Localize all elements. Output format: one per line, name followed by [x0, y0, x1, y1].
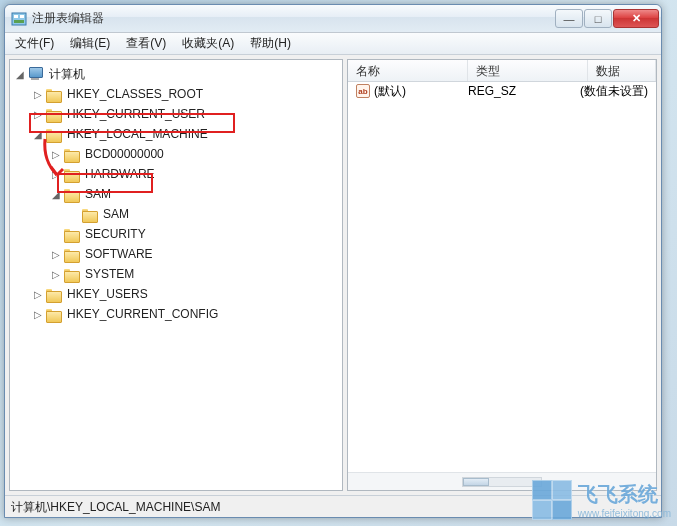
value-data: (数值未设置)	[572, 83, 656, 100]
menu-file[interactable]: 文件(F)	[7, 33, 62, 54]
toggle-icon[interactable]: ▷	[32, 288, 44, 300]
tree-label: 计算机	[49, 66, 85, 83]
folder-icon	[64, 147, 80, 161]
value-name: (默认)	[374, 83, 406, 100]
tree-label: SAM	[85, 187, 111, 201]
toggle-icon[interactable]: ▷	[32, 108, 44, 120]
tree-label: HARDWARE	[85, 167, 155, 181]
tree-label: HKEY_USERS	[67, 287, 148, 301]
tree-node-hkcu[interactable]: ▷ HKEY_CURRENT_USER	[32, 104, 340, 124]
toggle-icon[interactable]: ▷	[32, 308, 44, 320]
tree-node-sam[interactable]: ◢ SAM	[50, 184, 340, 204]
folder-icon	[64, 267, 80, 281]
tree-label: HKEY_CURRENT_CONFIG	[67, 307, 218, 321]
tree-label: SOFTWARE	[85, 247, 153, 261]
tree-pane[interactable]: ◢ 计算机 ▷ HKEY_CLASSES_ROOT ▷	[9, 59, 343, 491]
tree-node-computer[interactable]: ◢ 计算机	[14, 64, 340, 84]
app-icon	[11, 11, 27, 27]
toggle-icon[interactable]: ◢	[32, 128, 44, 140]
tree-label: SECURITY	[85, 227, 146, 241]
menu-help[interactable]: 帮助(H)	[242, 33, 299, 54]
toggle-spacer	[68, 208, 80, 220]
tree-label: HKEY_CURRENT_USER	[67, 107, 205, 121]
folder-icon	[46, 287, 62, 301]
col-header-data[interactable]: 数据	[588, 60, 656, 81]
tree-label: SYSTEM	[85, 267, 134, 281]
column-headers: 名称 类型 数据	[348, 60, 656, 82]
folder-icon	[64, 247, 80, 261]
tree-node-hku[interactable]: ▷ HKEY_USERS	[32, 284, 340, 304]
folder-icon	[64, 167, 80, 181]
value-type: REG_SZ	[460, 84, 572, 98]
folder-icon	[64, 227, 80, 241]
menu-favorites[interactable]: 收藏夹(A)	[174, 33, 242, 54]
folder-icon	[46, 127, 62, 141]
tree-node-sam-child[interactable]: SAM	[68, 204, 340, 224]
status-path: 计算机\HKEY_LOCAL_MACHINE\SAM	[11, 500, 220, 514]
tree-node-hklm[interactable]: ◢ HKEY_LOCAL_MACHINE	[32, 124, 340, 144]
tree-label: HKEY_CLASSES_ROOT	[67, 87, 203, 101]
toggle-spacer	[50, 228, 62, 240]
svg-rect-2	[20, 15, 24, 18]
tree-node-hkcr[interactable]: ▷ HKEY_CLASSES_ROOT	[32, 84, 340, 104]
computer-icon	[28, 67, 44, 81]
toggle-icon[interactable]: ▷	[50, 268, 62, 280]
maximize-button[interactable]: □	[584, 9, 612, 28]
toggle-icon[interactable]: ▷	[50, 148, 62, 160]
watermark: 飞飞系统 www.feifeixitong.com	[532, 480, 671, 520]
toggle-icon[interactable]: ▷	[50, 168, 62, 180]
folder-icon	[82, 207, 98, 221]
toggle-icon[interactable]: ◢	[14, 68, 26, 80]
scroll-thumb[interactable]	[463, 478, 489, 486]
tree-label: SAM	[103, 207, 129, 221]
titlebar[interactable]: 注册表编辑器 — □ ✕	[5, 5, 661, 33]
col-header-type[interactable]: 类型	[468, 60, 588, 81]
svg-rect-3	[14, 20, 24, 23]
tree-node-hkcc[interactable]: ▷ HKEY_CURRENT_CONFIG	[32, 304, 340, 324]
values-list: ab (默认) REG_SZ (数值未设置)	[348, 82, 656, 472]
col-header-name[interactable]: 名称	[348, 60, 468, 81]
content-area: ◢ 计算机 ▷ HKEY_CLASSES_ROOT ▷	[5, 55, 661, 495]
registry-editor-window: 注册表编辑器 — □ ✕ 文件(F) 编辑(E) 查看(V) 收藏夹(A) 帮助…	[4, 4, 662, 518]
tree-label: HKEY_LOCAL_MACHINE	[67, 127, 208, 141]
watermark-text: 飞飞系统	[578, 481, 671, 508]
folder-icon	[64, 187, 80, 201]
toggle-icon[interactable]: ◢	[50, 188, 62, 200]
folder-icon	[46, 107, 62, 121]
tree-node-hardware[interactable]: ▷ HARDWARE	[50, 164, 340, 184]
svg-rect-0	[12, 13, 26, 25]
folder-icon	[46, 307, 62, 321]
folder-icon	[46, 87, 62, 101]
menu-view[interactable]: 查看(V)	[118, 33, 174, 54]
tree-node-system[interactable]: ▷ SYSTEM	[50, 264, 340, 284]
tree-node-bcd[interactable]: ▷ BCD00000000	[50, 144, 340, 164]
watermark-url: www.feifeixitong.com	[578, 508, 671, 519]
tree-node-software[interactable]: ▷ SOFTWARE	[50, 244, 340, 264]
toggle-icon[interactable]: ▷	[32, 88, 44, 100]
menu-edit[interactable]: 编辑(E)	[62, 33, 118, 54]
window-title: 注册表编辑器	[32, 10, 555, 27]
svg-rect-1	[14, 15, 18, 18]
watermark-logo-icon	[532, 480, 572, 520]
value-row[interactable]: ab (默认) REG_SZ (数值未设置)	[348, 82, 656, 100]
string-value-icon: ab	[356, 84, 370, 98]
tree-label: BCD00000000	[85, 147, 164, 161]
menubar: 文件(F) 编辑(E) 查看(V) 收藏夹(A) 帮助(H)	[5, 33, 661, 55]
tree-node-security[interactable]: SECURITY	[50, 224, 340, 244]
minimize-button[interactable]: —	[555, 9, 583, 28]
close-button[interactable]: ✕	[613, 9, 659, 28]
toggle-icon[interactable]: ▷	[50, 248, 62, 260]
values-pane[interactable]: 名称 类型 数据 ab (默认) REG_SZ (数值未设置)	[347, 59, 657, 491]
